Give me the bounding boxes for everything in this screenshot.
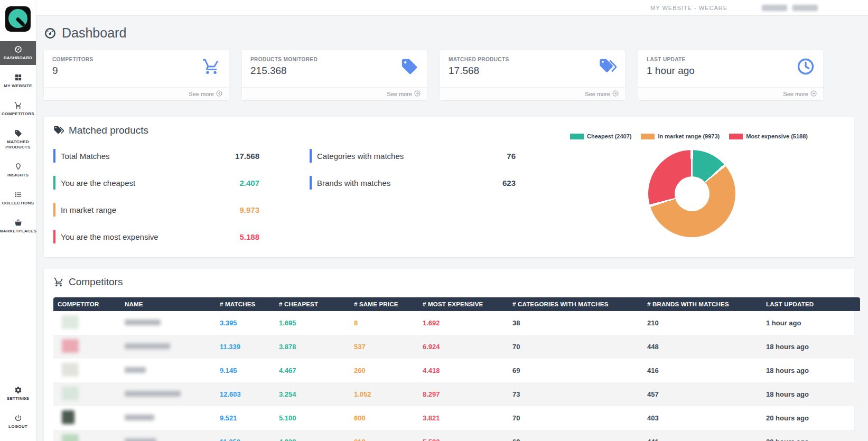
stat-color-bar	[310, 149, 312, 163]
cell-matches: 11.339	[214, 335, 274, 359]
see-more-link[interactable]: See more	[189, 90, 222, 98]
see-more-icon	[216, 90, 222, 98]
stat-card-products-monitored: PRODUCTS MONITORED 215.368 See more	[242, 50, 427, 100]
competitor-name-redacted[interactable]	[125, 343, 170, 349]
table-column-header[interactable]: # MOST EXPENSIVE	[417, 297, 507, 311]
gauge-icon	[14, 45, 22, 53]
cell-same-price: 537	[349, 335, 417, 359]
power-icon	[14, 414, 22, 422]
website-context-label: MY WEBSITE - WECARE	[650, 5, 727, 11]
cell-matches: 3.395	[214, 311, 274, 335]
sidebar-item-dashboard[interactable]: DASHBOARD	[0, 41, 36, 65]
competitor-name-redacted[interactable]	[125, 438, 156, 441]
see-more-label: See more	[387, 91, 412, 97]
cell-brands: 416	[642, 359, 761, 382]
legend-label: Cheapest (2407)	[587, 133, 631, 139]
stat-card-competitors: COMPETITORS 9 See more	[44, 50, 229, 100]
cell-brands: 210	[642, 311, 761, 335]
competitor-table-row[interactable]: 9.521 5.100 600 3.821 70 403 20 hours ag…	[53, 406, 860, 430]
competitor-logo-redacted	[62, 315, 79, 329]
sidebar-item-matched-products[interactable]: MATCHED PRODUCTS	[0, 125, 36, 154]
cell-same-price: 8	[349, 311, 417, 335]
cell-last-updated: 20 hours ago	[761, 406, 860, 430]
competitor-name-redacted[interactable]	[125, 415, 154, 420]
see-more-icon	[414, 90, 421, 98]
page-title-text: Dashboard	[62, 25, 126, 41]
legend-label: Most expensive (5188)	[746, 133, 808, 139]
donut-chart-legend: Cheapest (2407) In market range (9973) M…	[570, 133, 808, 139]
competitor-logo-redacted	[62, 434, 79, 441]
table-column-header[interactable]: # MATCHES	[214, 297, 274, 311]
stat-card-label: PRODUCTS MONITORED	[250, 57, 418, 62]
tags-icon	[599, 58, 617, 78]
stat-card-last-update: LAST UPDATE 1 hour ago See more	[638, 50, 823, 100]
competitor-logo-redacted	[62, 339, 79, 353]
sidebar-nav: DASHBOARD MY WEBSITE COMPETITORS MATCHED…	[0, 41, 36, 238]
competitor-logo-redacted	[62, 387, 79, 400]
topbar-redacted-button-1[interactable]	[762, 5, 787, 11]
see-more-link[interactable]: See more	[783, 90, 817, 98]
sidebar-item-collections[interactable]: COLLECTIONS	[0, 186, 36, 210]
competitor-name-redacted[interactable]	[125, 367, 146, 373]
see-more-label: See more	[189, 91, 214, 97]
stat-color-bar	[53, 176, 55, 190]
sidebar-item-settings[interactable]: SETTINGS	[0, 382, 36, 406]
cart-icon	[14, 101, 22, 109]
sidebar-item-logout[interactable]: LOGOUT	[0, 410, 36, 434]
table-column-header[interactable]: NAME	[119, 297, 214, 311]
legend-item: Cheapest (2407)	[570, 133, 631, 139]
competitor-table-row[interactable]: 3.395 1.695 8 1.692 38 210 1 hour ago	[53, 311, 860, 335]
stat-cards-row: COMPETITORS 9 See more PRODUCTS MONITORE…	[44, 50, 823, 100]
see-more-label: See more	[783, 91, 808, 97]
cell-categories: 73	[507, 382, 642, 406]
cell-brands: 457	[642, 382, 761, 406]
cell-cheapest: 5.100	[274, 406, 349, 430]
see-more-label: See more	[585, 91, 610, 97]
competitor-name-redacted[interactable]	[125, 391, 181, 397]
stat-value: 5.188	[239, 232, 259, 241]
stat-row-left-1: You are the cheapest 2.407	[53, 176, 259, 190]
table-column-header[interactable]: # SAME PRICE	[349, 297, 417, 311]
stat-card-label: COMPETITORS	[52, 57, 220, 62]
table-column-header[interactable]: LAST UPDATED	[761, 297, 860, 311]
sidebar-item-my-website[interactable]: MY WEBSITE	[0, 69, 36, 93]
sidebar-item-label: MARKETPLACES	[0, 229, 36, 234]
cell-categories: 70	[507, 406, 642, 430]
competitor-logo-redacted	[62, 363, 79, 377]
sidebar-item-label: DASHBOARD	[4, 55, 33, 61]
stat-card-value: 17.568	[449, 65, 617, 77]
sidebar-item-insights[interactable]: INSIGHTS	[0, 158, 36, 182]
competitor-table-row[interactable]: 11.350 4.939 818 5.593 69 441 20 hours a…	[53, 430, 860, 441]
list-icon	[14, 191, 22, 199]
cell-most-expensive: 4.418	[417, 359, 507, 382]
legend-swatch	[641, 134, 655, 139]
stat-label: Brands with matches	[317, 179, 502, 187]
sidebar-item-competitors[interactable]: COMPETITORS	[0, 97, 36, 121]
gauge-icon	[44, 27, 57, 40]
table-column-header[interactable]: # CHEAPEST	[274, 297, 349, 311]
cell-last-updated: 1 hour ago	[761, 311, 860, 335]
app-root: DASHBOARD MY WEBSITE COMPETITORS MATCHED…	[0, 0, 868, 441]
see-more-link[interactable]: See more	[387, 90, 421, 98]
competitor-table-row[interactable]: 12.603 3.254 1.052 8.297 73 457 18 hours…	[53, 382, 860, 406]
stat-value: 17.568	[235, 152, 259, 161]
table-column-header[interactable]: # BRANDS WITH MATCHES	[642, 297, 761, 311]
competitors-title: Competitors	[53, 276, 845, 288]
cell-categories: 69	[507, 359, 642, 382]
competitor-table-row[interactable]: 9.145 4.467 260 4.418 69 416 18 hours ag…	[53, 359, 860, 382]
stat-color-bar	[53, 149, 55, 163]
sidebar-item-marketplaces[interactable]: MARKETPLACES	[0, 214, 36, 238]
competitor-table-row[interactable]: 11.339 3.878 537 6.924 70 448 18 hours a…	[53, 335, 860, 359]
legend-item: Most expensive (5188)	[729, 133, 808, 139]
see-more-link[interactable]: See more	[585, 90, 619, 98]
stat-value: 623	[502, 179, 516, 187]
cell-most-expensive: 5.593	[417, 430, 507, 441]
competitor-name-redacted[interactable]	[125, 320, 161, 325]
app-logo[interactable]	[5, 6, 31, 32]
main-area: MY WEBSITE - WECARE Dashboard COMPETITOR…	[36, 0, 868, 441]
table-column-header[interactable]: COMPETITOR	[53, 297, 119, 311]
topbar-redacted-button-2[interactable]	[792, 5, 818, 11]
cell-last-updated: 20 hours ago	[761, 430, 860, 441]
sidebar-item-label: LOGOUT	[8, 424, 27, 429]
table-column-header[interactable]: # CATEGORIES WITH MATCHES	[507, 297, 642, 311]
